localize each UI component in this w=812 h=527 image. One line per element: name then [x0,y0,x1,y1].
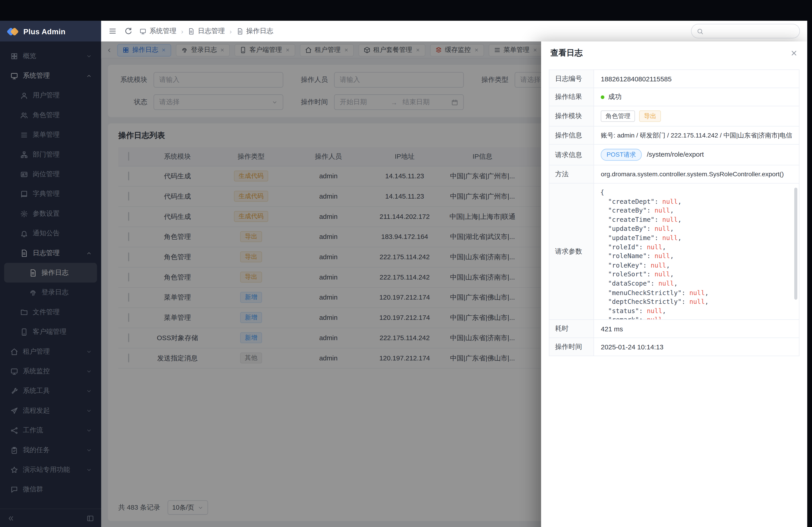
monitor-icon [140,28,146,34]
breadcrumb-item[interactable]: 日志管理 [188,26,224,35]
description-value: 角色管理导出 [594,106,799,126]
json-null: null [662,234,678,242]
description-row: 请求参数{ "createDept": null, "createBy": nu… [549,183,799,320]
description-value: 2025-01-24 10:14:13 [594,338,799,356]
logo-icon [8,26,19,37]
description-row: 操作结果成功 [549,88,799,106]
description-value: 421 ms [594,320,799,338]
breadcrumb-separator: › [229,27,232,35]
description-label: 操作信息 [549,126,594,145]
breadcrumb: 系统管理›日志管理›操作日志 [140,26,273,35]
description-label: 方法 [549,165,594,183]
json-null: null [647,316,662,319]
description-value: 账号: admin / 研发部门 / 222.175.114.242 / 中国|… [594,126,799,145]
description-label: 操作模块 [549,106,594,126]
request-params-cell: { "createDept": null, "createBy": null, … [594,183,799,320]
json-null: null [647,307,662,315]
refresh-icon[interactable] [124,27,132,35]
description-row: 请求信息POST请求/system/role/export [549,145,799,165]
hamburger-icon[interactable] [108,27,117,35]
app-window: Plus Admin 概览系统管理用户管理角色管理菜单管理部门管理岗位管理字典管… [0,21,807,527]
json-null: null [655,207,670,214]
close-icon[interactable] [790,49,798,57]
description-row: 操作信息账号: admin / 研发部门 / 222.175.114.242 /… [549,126,799,145]
json-null: null [655,252,670,260]
json-null: null [662,197,678,205]
description-label: 请求信息 [549,145,594,165]
breadcrumb-label: 系统管理 [149,26,176,35]
drawer-title: 查看日志 [550,47,583,58]
json-null: null [662,215,678,223]
json-null: null [655,225,670,232]
status-text: 成功 [608,93,622,101]
description-label: 操作时间 [549,338,594,356]
description-row: 方法org.dromara.system.controller.system.S… [549,165,799,183]
scrollbar-track [794,188,797,315]
breadcrumb-separator: › [181,27,183,35]
screen: Plus Admin 概览系统管理用户管理角色管理菜单管理部门管理岗位管理字典管… [0,0,812,527]
description-value: org.dromara.system.controller.system.Sys… [594,165,799,183]
drawer-body: 日志编号1882612840802115585操作结果成功操作模块角色管理导出操… [541,64,807,364]
breadcrumb-label: 操作日志 [246,26,273,35]
request-url: /system/role/export [647,150,704,158]
description-label: 日志编号 [549,70,594,88]
request-params-code[interactable]: { "createDept": null, "createBy": null, … [594,183,799,319]
app-title: Plus Admin [24,28,66,36]
json-null: null [651,261,666,269]
description-label: 操作结果 [549,88,594,106]
description-row: 操作时间2025-01-24 10:14:13 [549,338,799,356]
description-label: 耗时 [549,320,594,338]
module-tag: 角色管理 [601,110,635,122]
description-row: 日志编号1882612840802115585 [549,70,799,88]
json-null: null [658,280,674,287]
search-icon [697,28,704,34]
description-row: 操作模块角色管理导出 [549,106,799,126]
description-label: 请求参数 [549,183,594,320]
doc-icon [188,28,195,34]
request-method-tag: POST请求 [601,149,642,161]
json-null: null [689,298,705,305]
description-value: POST请求/system/role/export [594,145,799,165]
description-value: 成功 [594,88,799,106]
view-log-drawer: 查看日志 日志编号1882612840802115585操作结果成功操作模块角色… [541,42,807,527]
app-logo[interactable]: Plus Admin [0,21,101,43]
drawer-header: 查看日志 [541,42,807,64]
json-null: null [689,288,705,297]
breadcrumb-item[interactable]: 系统管理 [140,26,176,35]
json-null: null [655,270,670,278]
descriptions-body: 日志编号1882612840802115585操作结果成功操作模块角色管理导出操… [549,70,799,356]
scrollbar-thumb[interactable] [794,188,797,300]
search-input[interactable] [691,24,800,38]
breadcrumb-item[interactable]: 操作日志 [236,26,273,35]
description-row: 耗时421 ms [549,320,799,338]
module-tag: 导出 [639,110,661,122]
topbar: 系统管理›日志管理›操作日志 [101,21,807,42]
log-detail-descriptions: 日志编号1882612840802115585操作结果成功操作模块角色管理导出操… [549,70,799,356]
breadcrumb-label: 日志管理 [198,26,225,35]
json-null: null [647,243,662,251]
description-value: 1882612840802115585 [594,70,799,88]
success-dot-icon [601,95,605,99]
doc-icon [236,28,243,34]
